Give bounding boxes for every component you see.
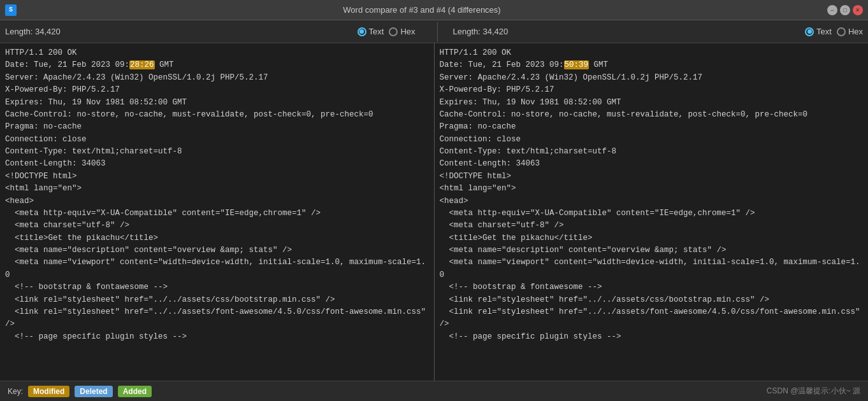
key-label: Key: — [8, 387, 23, 396]
code-line: <meta http-equiv="X-UA-Compatible" conte… — [440, 208, 864, 220]
code-line: <head> — [5, 195, 429, 208]
code-line: <meta name="description" content="overvi… — [440, 244, 864, 257]
legend: Key: Modified Deleted Added — [8, 386, 152, 397]
right-pane: HTTP/1.1 200 OKDate: Tue, 21 Feb 2023 09… — [435, 43, 869, 381]
code-line: HTTP/1.1 200 OK — [5, 47, 429, 59]
left-length-label: Length: 34,420 — [5, 27, 352, 36]
code-line: Connection: close — [440, 134, 864, 146]
code-line: <!-- bootstrap & fontawesome --> — [5, 281, 429, 293]
right-radio-hex-circle — [837, 27, 846, 36]
left-radio-text[interactable]: Text — [358, 27, 384, 36]
title-bar-left: S — [5, 4, 17, 16]
app-icon: S — [5, 4, 17, 16]
right-radio-group: Text Hex — [805, 27, 863, 36]
code-line: Cache-Control: no-store, no-cache, must-… — [440, 109, 864, 121]
deleted-badge: Deleted — [75, 386, 112, 397]
right-pane-toolbar: Length: 34,420 Text Hex — [453, 27, 864, 36]
close-button[interactable]: ✕ — [853, 5, 863, 15]
code-line: <meta charset="utf-8" /> — [440, 220, 864, 232]
app-icon-label: S — [9, 6, 13, 13]
code-line: Cache-Control: no-store, no-cache, must-… — [5, 109, 429, 121]
footer: Key: Modified Deleted Added CSDN @温馨提示:小… — [0, 381, 868, 401]
left-radio-hex-circle — [389, 27, 398, 36]
diff-modified: 50:39 — [564, 60, 590, 69]
code-line: <!DOCTYPE html> — [5, 171, 429, 183]
code-line: <meta http-equiv="X-UA-Compatible" conte… — [5, 208, 429, 220]
diff-modified: 28:26 — [129, 60, 155, 69]
code-line: Content-Type: text/html;charset=utf-8 — [440, 146, 864, 158]
left-radio-hex-label: Hex — [400, 27, 415, 36]
code-line: X-Powered-By: PHP/5.2.17 — [5, 84, 429, 96]
code-line: HTTP/1.1 200 OK — [440, 47, 864, 59]
code-line: Expires: Thu, 19 Nov 1981 08:52:00 GMT — [5, 97, 429, 109]
right-radio-hex[interactable]: Hex — [837, 27, 863, 36]
code-line: X-Powered-By: PHP/5.2.17 — [440, 84, 864, 96]
right-length-label: Length: 34,420 — [453, 27, 800, 36]
modified-badge: Modified — [28, 386, 69, 397]
title-bar: S Word compare of #3 and #4 (4 differenc… — [0, 0, 868, 20]
code-line: Server: Apache/2.4.23 (Win32) OpenSSL/1.… — [440, 72, 864, 84]
code-line: Pragma: no-cache — [5, 121, 429, 133]
code-line: <html lang="en"> — [5, 183, 429, 195]
toolbar: Length: 34,420 Text Hex Length: 34,420 T… — [0, 20, 868, 43]
left-pane-toolbar: Length: 34,420 Text Hex — [5, 27, 422, 36]
right-radio-text[interactable]: Text — [805, 27, 832, 36]
code-line: Expires: Thu, 19 Nov 1981 08:52:00 GMT — [440, 97, 864, 109]
code-line: Content-Type: text/html;charset=utf-8 — [5, 146, 429, 158]
code-line: Pragma: no-cache — [440, 121, 864, 133]
code-line: <meta name="viewport" content="width=dev… — [5, 257, 429, 281]
left-radio-hex[interactable]: Hex — [389, 27, 415, 36]
code-line: <!-- bootstrap & fontawesome --> — [440, 281, 864, 293]
code-line: Date: Tue, 21 Feb 2023 09:50:39 GMT — [440, 59, 864, 71]
code-line: <link rel="stylesheet" href="../../asset… — [5, 294, 429, 306]
toolbar-divider — [437, 22, 438, 41]
right-radio-hex-label: Hex — [848, 27, 863, 36]
footer-credit: CSDN @温馨提示:小伙~ 源 — [767, 386, 860, 397]
right-radio-text-circle — [805, 27, 814, 36]
left-pane: HTTP/1.1 200 OKDate: Tue, 21 Feb 2023 09… — [0, 43, 435, 381]
minimize-button[interactable]: – — [827, 5, 837, 15]
left-radio-text-circle — [358, 27, 366, 36]
left-radio-group: Text Hex — [358, 27, 416, 36]
added-badge: Added — [118, 386, 152, 397]
code-line: Server: Apache/2.4.23 (Win32) OpenSSL/1.… — [5, 72, 429, 84]
main-content: HTTP/1.1 200 OKDate: Tue, 21 Feb 2023 09… — [0, 43, 868, 381]
code-line: <meta charset="utf-8" /> — [5, 220, 429, 232]
code-line: Connection: close — [5, 134, 429, 146]
code-line: Content-Length: 34063 — [5, 158, 429, 170]
code-line: Date: Tue, 21 Feb 2023 09:28:26 GMT — [5, 59, 429, 71]
left-radio-text-label: Text — [369, 27, 384, 36]
window-title: Word compare of #3 and #4 (4 differences… — [343, 5, 500, 15]
code-line: <head> — [440, 195, 864, 208]
window-controls: – □ ✕ — [827, 5, 863, 15]
code-line: <link rel="stylesheet" href="../../asset… — [440, 306, 864, 331]
code-line: <meta name="viewport" content="width=dev… — [440, 257, 864, 281]
code-line: <!-- page specific plugin styles --> — [440, 331, 864, 343]
code-line: <meta name="description" content="overvi… — [5, 244, 429, 257]
code-line: <link rel="stylesheet" href="../../asset… — [5, 306, 429, 331]
maximize-button[interactable]: □ — [840, 5, 850, 15]
code-line: <link rel="stylesheet" href="../../asset… — [440, 294, 864, 306]
left-pane-content[interactable]: HTTP/1.1 200 OKDate: Tue, 21 Feb 2023 09… — [0, 43, 434, 381]
code-line: Content-Length: 34063 — [440, 158, 864, 170]
code-line: <title>Get the pikachu</title> — [440, 232, 864, 244]
code-line: <!DOCTYPE html> — [440, 171, 864, 183]
right-pane-content[interactable]: HTTP/1.1 200 OKDate: Tue, 21 Feb 2023 09… — [435, 43, 869, 381]
code-line: <html lang="en"> — [440, 183, 864, 195]
code-line: <title>Get the pikachu</title> — [5, 232, 429, 244]
code-line: <!-- page specific plugin styles --> — [5, 331, 429, 343]
right-radio-text-label: Text — [816, 27, 832, 36]
